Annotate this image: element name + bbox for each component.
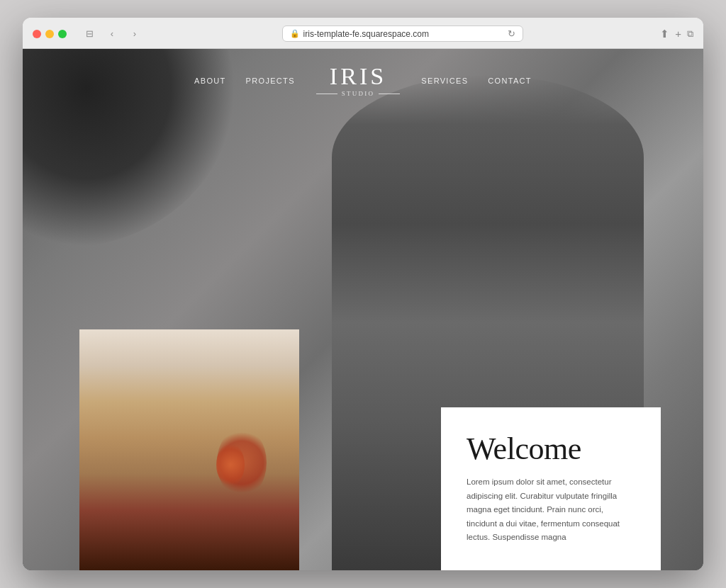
welcome-body: Lorem ipsum dolor sit amet, consectetur … [467, 475, 635, 545]
content-overlay: Welcome Lorem ipsum dolor sit amet, cons… [23, 329, 703, 570]
new-tab-icon[interactable]: + [675, 28, 681, 40]
site-logo[interactable]: IRIS STUDIO [316, 64, 401, 97]
nav-contact[interactable]: CONTACT [488, 77, 532, 85]
address-bar-wrap: 🔒 iris-template-fe.squarespace.com ↻ [152, 26, 653, 42]
welcome-card: Welcome Lorem ipsum dolor sit amet, cons… [441, 407, 661, 570]
forward-button[interactable]: › [125, 26, 145, 42]
hero-section: ABOUT PROJECTS IRIS STUDIO SERVICES CONT… [23, 49, 703, 570]
browser-actions: ⬆ + ⧉ [660, 28, 693, 40]
reload-icon[interactable]: ↻ [508, 28, 515, 39]
sidebar-toggle-button[interactable]: ⊟ [79, 26, 99, 42]
photo-card [79, 329, 299, 570]
logo-divider: STUDIO [316, 90, 401, 97]
browser-chrome: ⊟ ‹ › 🔒 iris-template-fe.squarespace.com… [23, 18, 703, 49]
minimize-button[interactable] [45, 30, 54, 38]
logo-sub: STUDIO [342, 90, 375, 97]
nav-projects[interactable]: PROJECTS [246, 77, 295, 85]
traffic-lights [33, 30, 67, 38]
share-icon[interactable]: ⬆ [660, 28, 669, 40]
nav-links-right: SERVICES CONTACT [421, 77, 532, 85]
photo-person [79, 329, 299, 570]
back-button[interactable]: ‹ [102, 26, 122, 42]
logo-line-left [316, 94, 337, 94]
welcome-title: Welcome [467, 433, 635, 465]
maximize-button[interactable] [58, 30, 67, 38]
site-navigation: ABOUT PROJECTS IRIS STUDIO SERVICES CONT… [23, 49, 703, 113]
nav-links-left: ABOUT PROJECTS [194, 77, 295, 85]
website-content: ABOUT PROJECTS IRIS STUDIO SERVICES CONT… [23, 49, 703, 570]
close-button[interactable] [33, 30, 41, 38]
nav-about[interactable]: ABOUT [194, 77, 226, 85]
url-text: iris-template-fe.squarespace.com [303, 29, 429, 39]
browser-window: ⊟ ‹ › 🔒 iris-template-fe.squarespace.com… [23, 18, 703, 570]
photo-floral-accent-2 [216, 443, 245, 486]
browser-controls: ⊟ ‹ › [79, 26, 145, 42]
logo-line-right [379, 94, 400, 94]
windows-icon[interactable]: ⧉ [687, 28, 693, 40]
address-bar[interactable]: 🔒 iris-template-fe.squarespace.com ↻ [282, 26, 523, 42]
lock-icon: 🔒 [290, 29, 300, 38]
nav-services[interactable]: SERVICES [421, 77, 468, 85]
logo-name: IRIS [330, 64, 387, 89]
